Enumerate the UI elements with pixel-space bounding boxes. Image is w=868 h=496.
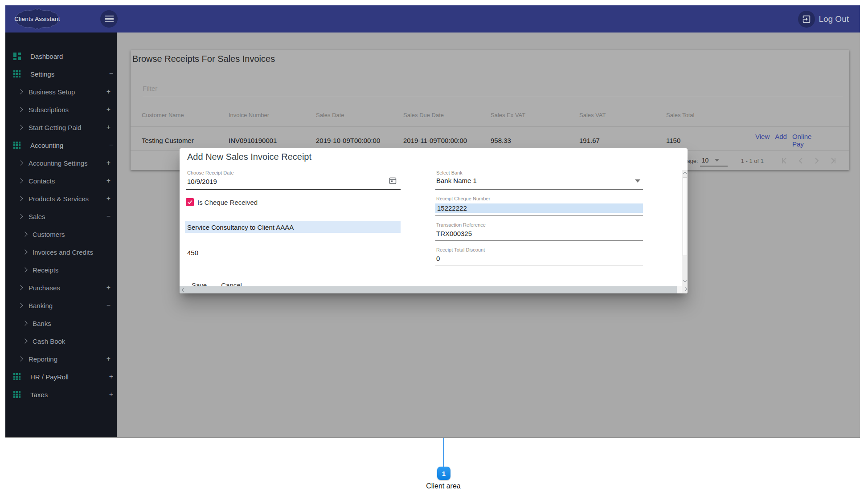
- scroll-up-icon: [683, 172, 688, 176]
- sidebar-nav: DashboardSettings−Business Setup+Subscri…: [5, 33, 117, 403]
- sidebar-item-accounting-settings[interactable]: Accounting Settings+: [5, 154, 117, 172]
- sidebar-item-label: Settings: [30, 70, 54, 78]
- field-underline: [435, 240, 643, 241]
- sidebar-item-products-services[interactable]: Products & Services+: [5, 190, 117, 207]
- previous-page-button[interactable]: [796, 156, 806, 166]
- transaction-reference-label: Transaction Reference: [436, 222, 486, 228]
- receipt-date-input[interactable]: 10/9/2019: [187, 178, 217, 185]
- sales-ex-vat-cell: 958.33: [491, 137, 579, 144]
- sidebar-item-settings[interactable]: Settings−: [5, 65, 117, 83]
- filter-input[interactable]: Filter: [143, 85, 157, 92]
- chevron-right-icon: [15, 304, 26, 307]
- receipt-date-label: Choose Receipt Date: [187, 170, 234, 175]
- sidebar-item-label: HR / PayRoll: [30, 373, 69, 381]
- chevron-right-icon: [15, 108, 26, 111]
- collapse-icon: −: [106, 213, 111, 220]
- sidebar-item-label: Accounting: [30, 142, 63, 149]
- logout-label: Log Out: [819, 14, 849, 24]
- chevron-right-icon: [15, 197, 26, 200]
- sidebar-item-hr-payroll[interactable]: HR / PayRoll+: [5, 368, 117, 386]
- expand-icon: +: [106, 88, 111, 95]
- chevron-right-icon: [20, 321, 30, 325]
- sidebar-item-business-setup[interactable]: Business Setup+: [5, 83, 117, 101]
- logout-button[interactable]: Log Out: [798, 5, 849, 33]
- sidebar-item-receipts[interactable]: Receipts: [5, 261, 117, 279]
- total-discount-input[interactable]: 0: [436, 255, 440, 262]
- sidebar-item-label: Invoices and Credits: [33, 248, 93, 256]
- page-title: Browse Receipts For Sales Invoices: [132, 54, 275, 64]
- sidebar-item-invoices-and-credits[interactable]: Invoices and Credits: [5, 243, 117, 261]
- expand-icon: +: [106, 284, 111, 291]
- chevron-right-icon: [15, 286, 26, 289]
- online-pay-link[interactable]: Online Pay: [792, 133, 820, 148]
- top-bar: Clients Assistant Log Out: [5, 5, 860, 33]
- paginator-nav: [780, 156, 838, 166]
- paginator-range: 1 - 1 of 1: [741, 158, 764, 164]
- sidebar-item-label: Dashboard: [30, 53, 63, 60]
- sidebar-item-taxes[interactable]: Taxes+: [5, 386, 117, 403]
- is-cheque-received-checkbox[interactable]: [186, 198, 194, 206]
- sidebar-item-cash-book[interactable]: Cash Book: [5, 332, 117, 350]
- horizontal-scrollbar[interactable]: [180, 286, 677, 293]
- sidebar-item-accounting[interactable]: Accounting−: [5, 136, 117, 154]
- sidebar-item-contacts[interactable]: Contacts+: [5, 172, 117, 190]
- table-row: Testing Customer INV0910190001 2019-10-0…: [142, 133, 838, 145]
- vertical-scrollbar[interactable]: [682, 170, 688, 293]
- expand-icon: +: [106, 124, 111, 131]
- chevron-right-icon: [20, 268, 30, 272]
- select-bank-label: Select Bank: [436, 170, 463, 175]
- sidebar: DashboardSettings−Business Setup+Subscri…: [5, 33, 117, 437]
- column-header: Sales VAT: [579, 112, 666, 118]
- calendar-icon[interactable]: [389, 177, 397, 186]
- sidebar-item-label: Banking: [29, 302, 53, 309]
- scrollbar-thumb[interactable]: [683, 177, 687, 256]
- sidebar-item-sales[interactable]: Sales−: [5, 207, 117, 225]
- chevron-down-icon: [715, 159, 719, 162]
- apps-icon: [12, 391, 22, 398]
- chevron-right-icon: [15, 90, 26, 94]
- sidebar-item-reporting[interactable]: Reporting+: [5, 350, 117, 368]
- chevron-down-icon[interactable]: [635, 179, 640, 183]
- dialog-title: Add New Sales Invoice Receipt: [187, 152, 311, 162]
- expand-icon: +: [109, 373, 113, 380]
- sidebar-item-purchases[interactable]: Purchases+: [5, 279, 117, 297]
- scroll-right-icon: [683, 287, 688, 292]
- sidebar-item-label: Contacts: [29, 177, 55, 185]
- column-header: Sales Date: [316, 112, 403, 118]
- sidebar-item-banking[interactable]: Banking−: [5, 297, 117, 314]
- page-size-value: 10: [702, 157, 709, 164]
- last-page-button[interactable]: [828, 156, 838, 166]
- chevron-right-icon: [15, 357, 26, 361]
- sidebar-item-label: Subscriptions: [29, 106, 69, 114]
- field-underline: [435, 215, 643, 215]
- sidebar-item-start-getting-paid[interactable]: Start Getting Paid+: [5, 118, 117, 136]
- sidebar-item-label: Taxes: [30, 391, 48, 398]
- logout-icon: [798, 11, 815, 28]
- column-header: Sales Total: [666, 112, 755, 118]
- select-bank-select[interactable]: Bank Name 1: [436, 177, 477, 184]
- chevron-right-icon: [20, 232, 30, 236]
- sidebar-item-dashboard[interactable]: Dashboard: [5, 47, 117, 65]
- line-item-description: Service Consultancy to Client AAAA: [187, 224, 294, 231]
- sidebar-item-banks[interactable]: Banks: [5, 314, 117, 332]
- collapse-icon: −: [109, 142, 113, 149]
- sidebar-item-subscriptions[interactable]: Subscriptions+: [5, 101, 117, 118]
- filter-underline: [143, 96, 843, 96]
- add-link[interactable]: Add: [775, 133, 787, 148]
- view-link[interactable]: View: [755, 133, 770, 148]
- sidebar-item-customers[interactable]: Customers: [5, 225, 117, 243]
- sidebar-item-label: Sales: [29, 213, 45, 220]
- scroll-down-icon: [683, 278, 688, 283]
- check-icon: [187, 199, 193, 205]
- cheque-number-input[interactable]: 15222222: [437, 204, 467, 212]
- annotation-line: [443, 438, 444, 467]
- hamburger-icon: [105, 16, 114, 17]
- menu-toggle-button[interactable]: [100, 10, 118, 28]
- invoice-line-item[interactable]: Service Consultancy to Client AAAA: [185, 221, 401, 233]
- first-page-button[interactable]: [780, 156, 790, 166]
- brand-logo[interactable]: Clients Assistant: [13, 7, 61, 31]
- transaction-reference-input[interactable]: TRX000325: [436, 230, 472, 237]
- next-page-button[interactable]: [812, 156, 822, 166]
- expand-icon: +: [106, 177, 111, 184]
- page-size-select[interactable]: 10: [700, 155, 728, 167]
